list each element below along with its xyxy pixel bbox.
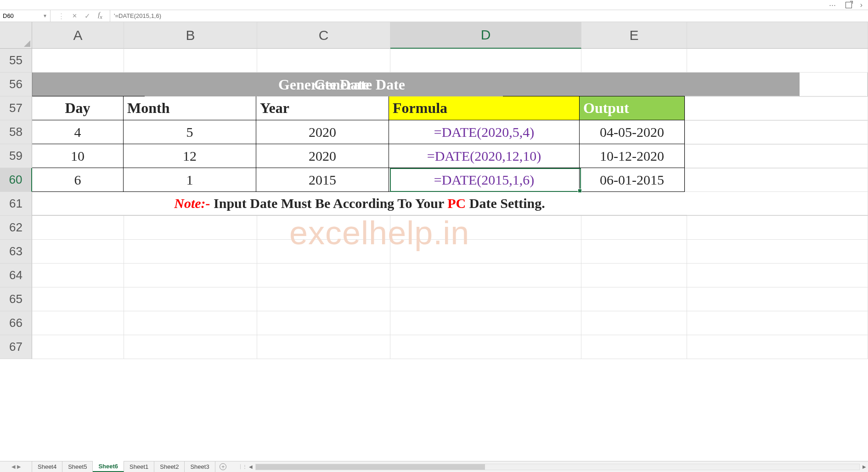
cell[interactable] <box>687 264 868 287</box>
cell[interactable] <box>390 49 581 73</box>
cell-year[interactable]: 2020 <box>256 120 389 144</box>
cell[interactable] <box>687 49 868 73</box>
cell[interactable] <box>685 96 868 120</box>
sheet-tab[interactable]: Sheet1 <box>124 461 154 472</box>
cell[interactable] <box>257 216 390 240</box>
cell[interactable] <box>32 264 124 287</box>
cell[interactable] <box>687 216 868 240</box>
cell-formula[interactable]: =DATE(2015,1,6) <box>389 168 580 192</box>
more-icon[interactable]: ⋯ <box>829 1 837 9</box>
header-month[interactable]: Month <box>123 96 256 120</box>
row-header[interactable]: 62 <box>0 216 32 240</box>
table-title[interactable]: Generate Date <box>145 73 503 96</box>
cell[interactable] <box>32 49 124 73</box>
cell[interactable] <box>124 287 257 311</box>
cell-year[interactable]: 2015 <box>256 168 389 192</box>
fx-icon[interactable]: fx <box>98 11 102 21</box>
cell[interactable] <box>124 216 257 240</box>
cell[interactable] <box>687 240 868 264</box>
cell[interactable] <box>124 49 257 73</box>
cell-month[interactable]: 1 <box>123 168 256 192</box>
cancel-icon[interactable]: ✕ <box>72 12 77 19</box>
scroll-right-icon[interactable]: ▶ <box>861 464 868 469</box>
cells-area[interactable]: Generate Date Generate Date Day Month Ye… <box>32 49 868 359</box>
cell[interactable] <box>687 311 868 335</box>
sheet-nav[interactable]: ◀ ▶ <box>0 461 32 472</box>
row-header[interactable]: 65 <box>0 287 32 311</box>
row-header[interactable]: 66 <box>0 311 32 335</box>
chevron-right-icon[interactable]: › <box>860 1 863 9</box>
cell[interactable] <box>32 216 124 240</box>
row-header[interactable]: 55 <box>0 49 32 73</box>
column-header[interactable]: C <box>257 22 390 49</box>
cell-day[interactable]: 10 <box>32 144 124 168</box>
cell[interactable] <box>685 120 868 144</box>
cell[interactable] <box>257 49 390 73</box>
cell-output[interactable]: 04-05-2020 <box>579 120 685 144</box>
row-header[interactable]: 58 <box>0 120 32 144</box>
sheet-tab[interactable]: Sheet3 <box>185 461 215 472</box>
name-box-input[interactable] <box>3 12 35 19</box>
row-header[interactable]: 61 <box>0 192 32 216</box>
row-header[interactable]: 56 <box>0 73 32 96</box>
cell[interactable] <box>124 240 257 264</box>
header-day[interactable]: Day <box>32 96 124 120</box>
cell[interactable] <box>124 264 257 287</box>
header-formula[interactable]: Formula <box>389 96 580 120</box>
cell-month[interactable]: 5 <box>123 120 256 144</box>
cell[interactable] <box>257 240 390 264</box>
cell[interactable] <box>581 216 687 240</box>
column-header[interactable]: B <box>124 22 257 49</box>
row-header[interactable]: 67 <box>0 335 32 359</box>
cell[interactable] <box>257 264 390 287</box>
cell[interactable] <box>581 240 687 264</box>
cell[interactable] <box>581 49 687 73</box>
column-header[interactable]: D <box>390 22 581 49</box>
row-header[interactable]: 57 <box>0 96 32 120</box>
select-all-corner[interactable] <box>0 22 32 49</box>
row-header[interactable]: 64 <box>0 264 32 287</box>
new-sheet-button[interactable]: + <box>215 461 231 472</box>
row-header[interactable]: 63 <box>0 240 32 264</box>
scroll-left-icon[interactable]: ◀ <box>247 464 254 469</box>
horizontal-scrollbar[interactable]: ⋮ ◀ ▶ <box>240 461 868 472</box>
cell[interactable] <box>800 73 868 96</box>
cell[interactable] <box>32 73 124 96</box>
column-header[interactable]: E <box>581 22 687 49</box>
cell[interactable] <box>390 264 581 287</box>
cell[interactable] <box>390 240 581 264</box>
column-header[interactable]: A <box>32 22 124 49</box>
cell-formula[interactable]: =DATE(2020,12,10) <box>389 144 580 168</box>
cell[interactable] <box>390 335 581 359</box>
cell[interactable] <box>390 216 581 240</box>
formula-bar[interactable]: '=DATE(2015,1,6) <box>110 10 868 22</box>
cell[interactable] <box>32 335 124 359</box>
cell[interactable] <box>124 311 257 335</box>
cell[interactable] <box>581 311 687 335</box>
cell[interactable] <box>687 335 868 359</box>
scrollbar-track[interactable] <box>255 464 860 470</box>
enter-icon[interactable]: ✓ <box>85 12 90 20</box>
sheet-tab[interactable]: Sheet4 <box>32 461 62 472</box>
cell[interactable] <box>581 287 687 311</box>
sheet-prev-icon[interactable]: ◀ <box>11 464 15 470</box>
cell[interactable] <box>32 287 124 311</box>
header-output[interactable]: Output <box>579 96 685 120</box>
name-box[interactable]: ▼ <box>0 10 51 22</box>
cell-output[interactable]: 10-12-2020 <box>579 144 685 168</box>
cell-formula[interactable]: =DATE(2020,5,4) <box>389 120 580 144</box>
cell[interactable] <box>390 287 581 311</box>
ribbon-display-icon[interactable] <box>845 2 852 8</box>
sheet-tab[interactable]: Sheet6 <box>93 461 124 472</box>
cell[interactable] <box>32 311 124 335</box>
cell[interactable] <box>685 168 868 192</box>
cell[interactable] <box>257 287 390 311</box>
sheet-tab[interactable]: Sheet2 <box>154 461 185 472</box>
note-text[interactable]: Note:- Input Date Must Be According To Y… <box>36 196 683 211</box>
cell[interactable] <box>694 73 800 96</box>
row-header[interactable]: 60 <box>0 168 32 192</box>
cell[interactable] <box>503 73 694 96</box>
cell[interactable] <box>257 311 390 335</box>
cell-day[interactable]: 4 <box>32 120 124 144</box>
cell[interactable] <box>687 192 868 215</box>
